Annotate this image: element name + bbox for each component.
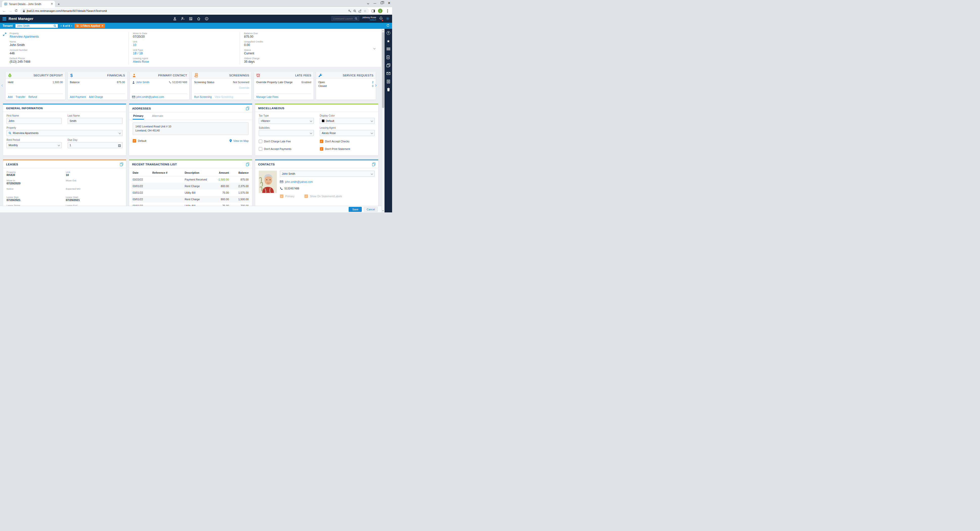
contact-email-link[interactable]: john.smith@yahoo.com xyxy=(285,180,313,183)
browser-tab[interactable]: Tenant Details - John Smith ✕ xyxy=(2,1,55,7)
run-screening-link[interactable]: Run Screening xyxy=(194,95,212,98)
col-description[interactable]: Description xyxy=(185,171,207,174)
main-menu-icon[interactable] xyxy=(3,17,6,21)
contact-select[interactable]: John Smith xyxy=(280,171,375,177)
dont-print-statement-checkbox[interactable]: ✓ Don't Print Statement xyxy=(320,147,375,151)
refresh-icon[interactable] xyxy=(386,24,390,28)
col-amount[interactable]: Amount xyxy=(207,171,229,174)
primary-contact-phone[interactable]: 5132457488 xyxy=(172,81,187,84)
summary-unittype-link[interactable]: 1B / 1B xyxy=(133,52,240,55)
copy-pages-icon[interactable] xyxy=(386,63,391,67)
table-row[interactable]: 03/23/22 Payment Received -1,500.00 875.… xyxy=(132,176,250,183)
scroll-up-icon[interactable]: ▲ xyxy=(382,29,384,32)
dont-charge-late-fee-checkbox[interactable]: Don't Charge Late Fee xyxy=(259,140,314,143)
copy-leases-icon[interactable] xyxy=(120,163,123,166)
tab-search-icon[interactable] xyxy=(368,2,369,5)
bookmark-star-icon[interactable]: ☆ xyxy=(364,9,367,13)
tax-type-select[interactable]: <None> xyxy=(259,118,314,124)
save-button[interactable]: Save xyxy=(348,207,362,212)
contact-phone-value[interactable]: 5132457488 xyxy=(285,187,299,190)
home-icon[interactable] xyxy=(197,17,200,21)
view-screening-link[interactable]: View Screening xyxy=(215,95,233,98)
summary-agent-link[interactable]: Alexis Rose xyxy=(133,60,240,64)
display-color-select[interactable]: Default xyxy=(320,118,375,124)
info-icon[interactable] xyxy=(205,17,208,21)
cards-next-icon[interactable]: › xyxy=(375,83,377,88)
new-tab-button[interactable]: + xyxy=(57,2,60,6)
reload-button[interactable] xyxy=(15,9,18,13)
subsidies-select[interactable] xyxy=(259,130,314,136)
share-icon[interactable] xyxy=(358,10,362,13)
property-select[interactable]: Riverview Apartments xyxy=(6,130,123,136)
browser-menu-icon[interactable]: ⋮ xyxy=(385,9,390,13)
report-icon[interactable] xyxy=(386,80,391,83)
next-record-button[interactable]: › xyxy=(71,24,72,27)
add-payment-link[interactable]: Add Payment xyxy=(70,95,86,98)
copy-addresses-icon[interactable] xyxy=(246,107,249,110)
prospect-icon[interactable] xyxy=(181,17,185,21)
expand-icon[interactable] xyxy=(3,32,6,37)
summary-property-link[interactable]: Riverview Apartments xyxy=(10,35,129,38)
rent-period-select[interactable]: Monthly xyxy=(6,142,62,148)
refund-deposit-link[interactable]: Refund xyxy=(28,95,37,98)
properties-icon[interactable] xyxy=(189,17,192,21)
window-restore-button[interactable] xyxy=(381,2,383,5)
favorites-star-icon[interactable]: ★ xyxy=(386,39,391,43)
copy-contacts-icon[interactable] xyxy=(372,163,375,166)
copy-transactions-icon[interactable] xyxy=(246,163,249,166)
zoom-out-icon[interactable] xyxy=(353,10,356,13)
command-launch-box[interactable] xyxy=(331,16,359,21)
default-address-checkbox[interactable]: ✓ Default xyxy=(133,139,146,143)
view-on-map-link[interactable]: View on Map xyxy=(229,139,248,142)
table-row[interactable]: 03/01/22 Rent Charge 800.00 2,375.00 xyxy=(132,183,250,190)
address-textarea[interactable]: 1492 Loveland Road Unit # 10 Loveland, O… xyxy=(133,123,248,135)
primary-contact-email-link[interactable]: john.smith@yahoo.com xyxy=(137,95,164,98)
notifications-bell-icon[interactable] xyxy=(379,16,383,21)
help-icon[interactable]: ? xyxy=(386,31,391,35)
summary-collapse-chevron-icon[interactable] xyxy=(374,46,375,50)
cancel-button[interactable]: Cancel xyxy=(364,207,378,212)
scroll-down-icon[interactable]: ▼ xyxy=(382,209,384,212)
forward-button[interactable]: → xyxy=(9,9,12,13)
url-field[interactable]: jhat12.rmx.rentmanager.com/#/tenants/507… xyxy=(20,8,369,14)
col-balance[interactable]: Balance xyxy=(229,171,248,174)
tab-primary-address[interactable]: Primary xyxy=(133,112,144,120)
override-screening-link[interactable]: Override xyxy=(194,86,249,89)
user-menu[interactable]: Johnny Rose Default xyxy=(362,16,376,21)
open-requests-value[interactable]: 2 xyxy=(372,81,374,84)
side-panel-icon[interactable] xyxy=(372,10,375,13)
trash-icon[interactable] xyxy=(386,88,391,91)
list-icon[interactable] xyxy=(386,47,391,51)
closed-requests-value[interactable]: 0 xyxy=(372,85,374,88)
leasing-agent-select[interactable]: Alexis Rose xyxy=(320,130,375,136)
command-launch-search-icon[interactable] xyxy=(355,17,358,20)
cards-prev-icon[interactable]: ‹ xyxy=(1,83,3,88)
tenant-search-icon[interactable] xyxy=(54,24,56,27)
add-document-icon[interactable] xyxy=(386,55,391,59)
table-row[interactable]: 03/01/22 Utility Bill 75.00 1,575.00 xyxy=(132,190,250,196)
due-day-field[interactable] xyxy=(68,142,123,148)
dont-accept-payments-checkbox[interactable]: Don't Accept Payments xyxy=(259,147,314,151)
vertical-scrollbar[interactable]: ▲ ▼ xyxy=(381,29,385,212)
scrollbar-thumb[interactable] xyxy=(382,32,384,108)
col-date[interactable]: Date xyxy=(133,171,152,174)
last-name-field[interactable] xyxy=(68,118,123,124)
tab-close-icon[interactable]: ✕ xyxy=(51,2,53,6)
add-deposit-link[interactable]: Add xyxy=(8,95,13,98)
add-charge-link[interactable]: Add Charge xyxy=(89,95,103,98)
primary-contact-name-link[interactable]: John Smith xyxy=(136,81,150,84)
dont-accept-checks-checkbox[interactable]: ✓ Don't Accept Checks xyxy=(320,140,375,143)
tenant-icon[interactable] xyxy=(173,17,177,21)
calendar-icon[interactable] xyxy=(118,144,121,148)
transfer-deposit-link[interactable]: Transfer xyxy=(16,95,25,98)
tab-alternate-address[interactable]: Alternate xyxy=(151,112,164,120)
settings-gear-icon[interactable] xyxy=(386,17,390,21)
filters-applied-chip[interactable]: 1 Filters Applied ✕ xyxy=(75,24,105,28)
command-launch-input[interactable] xyxy=(333,17,355,20)
col-reference[interactable]: Reference # xyxy=(152,171,185,174)
mail-icon[interactable] xyxy=(386,71,391,75)
key-icon[interactable] xyxy=(348,10,352,13)
tenant-search-input[interactable] xyxy=(17,24,52,27)
manage-late-fees-link[interactable]: Manage Late Fees xyxy=(256,95,278,98)
tenant-search-box[interactable] xyxy=(15,24,58,28)
